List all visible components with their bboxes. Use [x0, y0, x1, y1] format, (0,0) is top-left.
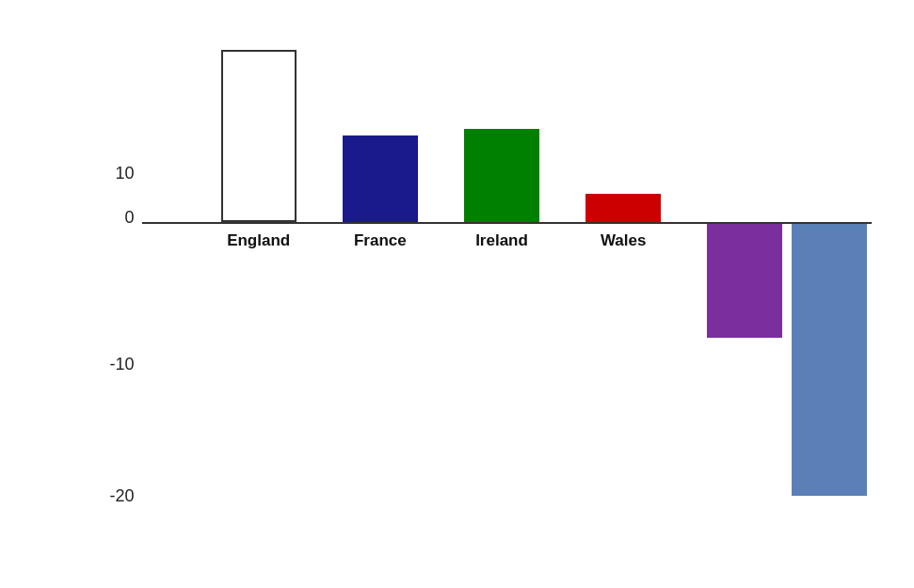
y-label-0: 0 — [124, 208, 134, 228]
chart-container: 10 0 -10 -20 England — [24, 22, 890, 567]
bar-italy — [792, 222, 867, 496]
bar-wales — [585, 194, 661, 223]
bar-scotland — [707, 222, 782, 338]
bar-england — [221, 50, 297, 223]
bar-ireland — [464, 129, 539, 222]
y-axis: 10 0 -10 -20 — [90, 50, 142, 511]
plot-area: England France Ireland Wales Scotland It… — [142, 50, 872, 511]
bar-label-ireland: Ireland — [455, 231, 549, 250]
zero-line — [142, 222, 872, 224]
y-label-10: 10 — [115, 164, 134, 183]
bar-label-france: France — [333, 231, 427, 250]
bar-label-wales: Wales — [576, 231, 670, 250]
y-label-neg20: -20 — [109, 486, 134, 506]
bar-label-england: England — [212, 231, 306, 250]
y-label-neg10: -10 — [109, 355, 134, 374]
bar-france — [343, 135, 418, 222]
